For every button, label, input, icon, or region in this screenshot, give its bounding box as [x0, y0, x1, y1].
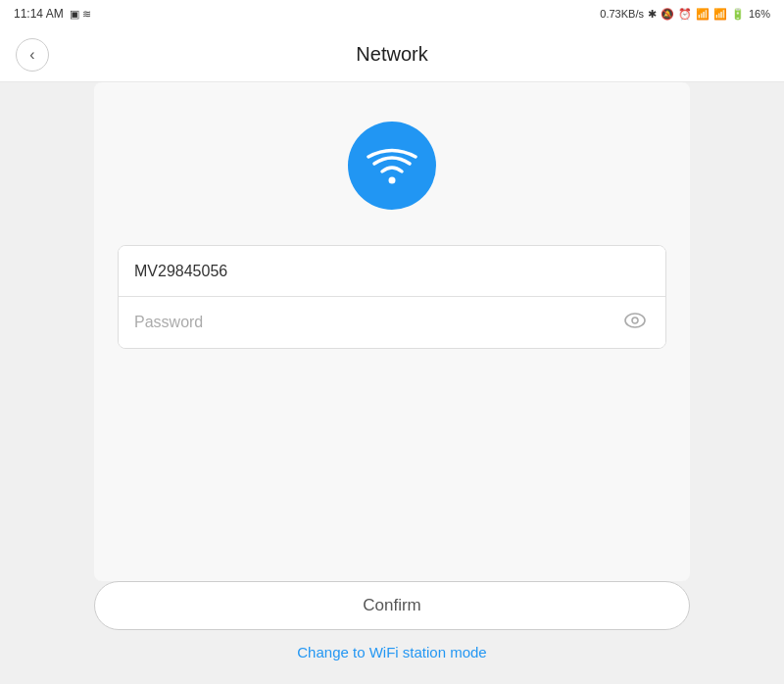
bluetooth-icon: ✱: [648, 8, 657, 21]
wifi-status-icon: 📶: [713, 8, 727, 21]
password-row: [119, 297, 665, 348]
confirm-label: Confirm: [363, 596, 421, 615]
network-speed: 0.73KB/s: [600, 8, 644, 20]
network-name-input[interactable]: [134, 263, 650, 280]
notification-icons: ▣ ≋: [70, 8, 91, 21]
svg-point-2: [632, 318, 638, 323]
wifi-icon: [367, 146, 417, 185]
network-name-row: [119, 246, 665, 297]
time-display: 11:14 AM: [14, 7, 64, 21]
password-input[interactable]: [134, 314, 620, 331]
battery-icon: 🔋: [731, 8, 745, 21]
back-button[interactable]: ‹: [16, 38, 49, 72]
bottom-section: Confirm Change to WiFi station mode: [94, 581, 690, 684]
card: [94, 82, 690, 581]
svg-point-0: [389, 177, 396, 184]
form-container: [118, 245, 666, 349]
battery-percent: 16%: [749, 8, 770, 20]
status-left: 11:14 AM ▣ ≋: [14, 7, 91, 21]
change-mode-link[interactable]: Change to WiFi station mode: [297, 644, 486, 660]
confirm-button[interactable]: Confirm: [94, 581, 690, 630]
back-chevron-icon: ‹: [29, 46, 34, 64]
page-title: Network: [356, 43, 427, 66]
status-bar: 11:14 AM ▣ ≋ 0.73KB/s ✱ 🔕 ⏰ 📶 📶 🔋 16%: [0, 0, 784, 27]
alarm-icon: ⏰: [678, 8, 692, 21]
status-right: 0.73KB/s ✱ 🔕 ⏰ 📶 📶 🔋 16%: [600, 8, 770, 21]
svg-point-1: [625, 314, 645, 327]
sound-icon: 🔕: [661, 8, 674, 21]
password-toggle-icon[interactable]: [620, 309, 650, 337]
header: ‹ Network: [0, 27, 784, 82]
signal-icon: 📶: [696, 8, 710, 21]
main-content: Confirm Change to WiFi station mode: [0, 82, 784, 684]
wifi-circle: [348, 122, 436, 210]
